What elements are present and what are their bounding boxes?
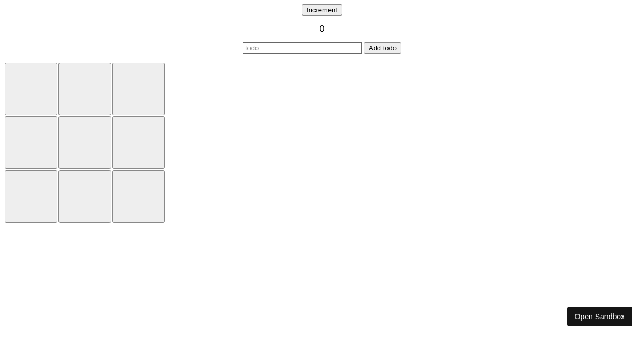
grid-row <box>4 62 165 116</box>
grid-cell[interactable] <box>58 116 111 169</box>
tic-tac-toe-grid <box>4 62 165 223</box>
top-controls: Increment 0 Add todo <box>0 0 644 54</box>
grid-cell[interactable] <box>112 170 165 223</box>
grid-cell[interactable] <box>5 116 57 169</box>
grid-cell[interactable] <box>112 116 165 169</box>
todo-input[interactable] <box>243 42 362 54</box>
counter-value: 0 <box>0 24 644 34</box>
grid-cell[interactable] <box>5 170 57 223</box>
todo-row: Add todo <box>243 42 401 54</box>
grid-cell[interactable] <box>5 63 57 115</box>
open-sandbox-button[interactable]: Open Sandbox <box>567 307 632 326</box>
grid-cell[interactable] <box>58 63 111 115</box>
grid-row <box>4 170 165 223</box>
add-todo-button[interactable]: Add todo <box>364 42 401 54</box>
grid-cell[interactable] <box>58 170 111 223</box>
grid-cell[interactable] <box>112 63 165 115</box>
increment-button[interactable]: Increment <box>302 4 342 16</box>
grid-row <box>4 116 165 170</box>
